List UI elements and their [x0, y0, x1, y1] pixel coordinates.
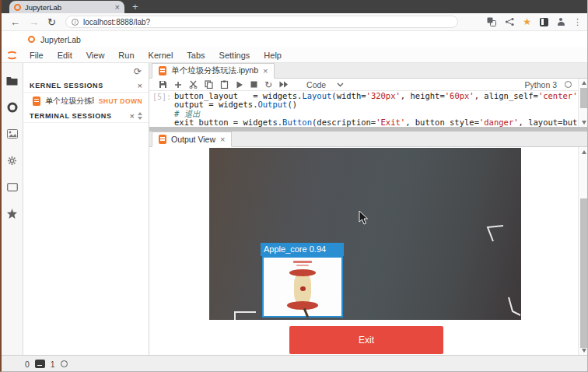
- menu-help[interactable]: Help: [257, 51, 289, 60]
- code-token: (): [287, 100, 297, 109]
- extensions-icon[interactable]: [2, 200, 23, 226]
- scroll-up-icon[interactable]: [582, 150, 586, 154]
- commands-icon[interactable]: [2, 121, 23, 147]
- code-token: (width=: [331, 91, 366, 100]
- code-token: '320px': [366, 91, 401, 100]
- scroll-down-icon[interactable]: [582, 349, 586, 353]
- close-terminal-sessions-icon[interactable]: ×: [130, 111, 135, 121]
- cell-type-select[interactable]: Code: [306, 80, 344, 89]
- output-view-tab-close-icon[interactable]: ×: [220, 135, 225, 144]
- code-token: , button_style=: [405, 118, 479, 127]
- jupyter-favicon-icon: [28, 36, 35, 43]
- scroll-down-icon[interactable]: [582, 121, 586, 125]
- detected-card: [262, 256, 343, 318]
- output-view-panel: Apple_core 0.94 Exit: [149, 147, 578, 355]
- exit-button[interactable]: Exit: [289, 326, 443, 354]
- code-line[interactable]: output = widgets.Output(): [174, 100, 578, 109]
- menu-tabs[interactable]: Tabs: [180, 51, 212, 60]
- kernel-status-icon[interactable]: [565, 81, 572, 88]
- code-token: Output: [257, 100, 287, 109]
- profile-icon[interactable]: [557, 18, 565, 26]
- close-kernel-sessions-icon[interactable]: ×: [138, 81, 142, 90]
- stop-icon[interactable]: [250, 81, 257, 88]
- scroll-up-icon[interactable]: [582, 81, 586, 85]
- jupyter-logo-icon: [6, 51, 18, 60]
- paste-icon[interactable]: [220, 80, 229, 89]
- kernel-session-row[interactable]: 单个垃圾分拣玩… SHUT DOWN: [23, 93, 149, 108]
- menu-kernel[interactable]: Kernel: [142, 51, 180, 60]
- code-token: # 退出: [174, 109, 201, 118]
- save-icon[interactable]: [159, 80, 167, 89]
- browser-menu-icon[interactable]: ⋮: [573, 18, 582, 26]
- menu-settings[interactable]: Settings: [212, 51, 257, 60]
- output-view-icon: [159, 135, 166, 144]
- notebook-toolbar: ↻ Code Python 3: [149, 79, 578, 91]
- output-view-tab[interactable]: Output View ×: [152, 132, 232, 147]
- file-browser-icon[interactable]: [2, 68, 23, 94]
- translate-icon[interactable]: [487, 17, 496, 26]
- property-inspector-icon[interactable]: [2, 147, 23, 174]
- site-info-icon[interactable]: i: [72, 19, 79, 26]
- restart-kernel-icon[interactable]: ↻: [264, 79, 272, 90]
- camera-feed-image: Apple_core 0.94: [209, 148, 521, 320]
- output-view-tab-label: Output View: [171, 135, 215, 144]
- code-token: Button: [282, 118, 312, 127]
- kernel-session-name: 单个垃圾分拣玩…: [45, 96, 94, 107]
- side-panel-icon[interactable]: [540, 18, 548, 26]
- back-icon[interactable]: ←: [10, 17, 20, 27]
- main-dock: 单个垃圾分拣玩法.ipynb ×: [149, 63, 588, 355]
- url-bar[interactable]: i localhost:8888/lab?: [65, 16, 458, 28]
- menu-run[interactable]: Run: [111, 51, 141, 60]
- menu-edit[interactable]: Edit: [51, 51, 79, 60]
- bookmark-jupyterlab[interactable]: JupyterLab: [40, 35, 81, 44]
- tab-close-icon[interactable]: ×: [115, 3, 120, 12]
- notebook-tabbar: 单个垃圾分拣玩法.ipynb ×: [149, 63, 588, 79]
- running-sessions-icon[interactable]: [2, 94, 23, 121]
- kernel-sessions-header: KERNEL SESSIONS ×: [23, 79, 149, 93]
- browser-titlebar: JupyterLab × +: [2, 0, 588, 13]
- run-icon[interactable]: [236, 81, 243, 89]
- reload-icon[interactable]: ↻: [47, 17, 56, 27]
- code-cell[interactable]: [5]: button_layout = widgets.Layout(widt…: [149, 91, 578, 127]
- notebook-icon: [159, 66, 166, 75]
- menu-file[interactable]: File: [23, 51, 51, 60]
- copy-icon[interactable]: [205, 80, 213, 89]
- cut-icon[interactable]: [189, 80, 198, 89]
- scroll-thumb[interactable]: [580, 198, 588, 348]
- browser-tab[interactable]: JupyterLab ×: [9, 1, 124, 13]
- restart-run-all-icon[interactable]: [279, 81, 289, 88]
- terminal-sessions-title: TERMINAL SESSIONS: [30, 112, 130, 120]
- new-tab-button[interactable]: +: [132, 0, 138, 13]
- notebook-tab-close-icon[interactable]: ×: [263, 66, 268, 75]
- url-text: localhost:8888/lab?: [83, 18, 150, 26]
- kernel-name[interactable]: Python 3: [525, 80, 557, 89]
- menu-view[interactable]: View: [79, 51, 112, 60]
- refresh-sessions-icon[interactable]: ⟳: [134, 66, 142, 77]
- open-tabs-icon[interactable]: [2, 174, 23, 200]
- notebook-tab[interactable]: 单个垃圾分拣玩法.ipynb ×: [152, 63, 275, 79]
- code-line[interactable]: exit_button = widgets.Button(description…: [174, 118, 578, 127]
- terminal-icon: [35, 360, 45, 368]
- terminal-count[interactable]: 0: [25, 360, 30, 369]
- scroll-thumb[interactable]: [580, 88, 588, 108]
- notebook-tab-label: 单个垃圾分拣玩法.ipynb: [171, 65, 258, 76]
- kernel-sessions-title: KERNEL SESSIONS: [30, 82, 138, 89]
- share-icon[interactable]: [505, 17, 514, 26]
- forward-icon[interactable]: →: [29, 17, 39, 27]
- code-lines: button_layout = widgets.Layout(width='32…: [174, 92, 578, 127]
- status-bar: 0 1: [2, 355, 588, 372]
- sessions-sidebar: ⟳ KERNEL SESSIONS × 单个垃圾分拣玩… SHUT DOWN T…: [23, 63, 149, 355]
- kernel-count[interactable]: 1: [51, 360, 55, 369]
- menu-list: FileEditViewRunKernelTabsSettingsHelp: [23, 51, 289, 60]
- notebook-scrollbar[interactable]: [578, 79, 588, 127]
- shutdown-button[interactable]: SHUT DOWN: [99, 97, 142, 105]
- paper-corner-markers: [209, 148, 521, 320]
- code-token: '60px': [445, 91, 474, 100]
- cell-type-value: Code: [306, 80, 326, 89]
- bookmark-star-icon[interactable]: ★: [523, 17, 531, 26]
- sidebar-scroll-arrows[interactable]: [138, 112, 142, 120]
- detection-label: Apple_core 0.94: [261, 243, 344, 256]
- output-scrollbar[interactable]: [578, 147, 588, 355]
- code-token: 'center': [538, 91, 578, 100]
- add-cell-icon[interactable]: [174, 81, 182, 89]
